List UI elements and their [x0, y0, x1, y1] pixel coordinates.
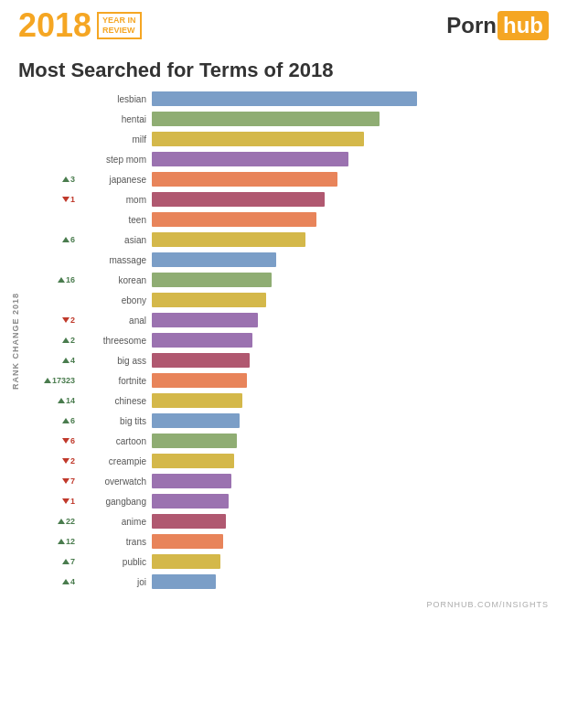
bar	[152, 514, 226, 529]
rank-value: 16	[66, 275, 75, 284]
bar-row: 1gangbang	[24, 492, 549, 510]
rank-value: 6	[70, 416, 75, 425]
pornhub-logo: Pornhub	[446, 11, 549, 40]
term-label: joi	[79, 577, 152, 587]
term-label: public	[79, 557, 152, 567]
chart-inner: lesbianhentaimilfstep mom3japanese1momte…	[24, 90, 549, 593]
rank-value: 4	[70, 356, 75, 365]
rank-change: 6	[24, 416, 79, 425]
term-label: lesbian	[79, 94, 152, 104]
bar-row: 16korean	[24, 271, 549, 289]
bar	[152, 212, 316, 227]
bar-row: milf	[24, 130, 549, 148]
bar	[152, 494, 229, 509]
bar	[152, 112, 380, 126]
term-label: teen	[79, 215, 152, 225]
rank-value: 6	[70, 235, 75, 244]
bar-row: 2anal	[24, 311, 549, 329]
rank-change: 7	[24, 476, 79, 486]
bar-row: 22anime	[24, 512, 549, 530]
rank-change: 22	[24, 517, 79, 526]
rank-change: 12	[24, 537, 79, 546]
rank-change: 17323	[24, 376, 79, 385]
bar-row: 4joi	[24, 573, 549, 591]
bar	[152, 413, 240, 428]
bar-row: 14chinese	[24, 391, 549, 410]
bar-area	[152, 291, 549, 309]
bar-area	[152, 130, 549, 148]
term-label: overwatch	[79, 476, 152, 487]
bar-row: lesbian	[24, 90, 549, 108]
bar-area	[152, 251, 549, 269]
term-label: step mom	[79, 155, 152, 165]
year-badge: 2018 YEAR IN REVIEW	[18, 9, 142, 42]
logo-hub: hub	[497, 11, 549, 40]
bar-row: 17323fortnite	[24, 371, 549, 390]
bar	[152, 192, 325, 207]
rank-change: 1	[24, 497, 79, 506]
bar	[152, 132, 364, 146]
rank-value: 2	[70, 316, 75, 325]
term-label: milf	[79, 134, 152, 145]
term-label: gangbang	[79, 497, 152, 507]
rank-change: 1	[24, 195, 79, 204]
term-label: chinese	[79, 396, 152, 406]
down-arrow-icon	[62, 498, 70, 504]
up-arrow-icon	[62, 337, 70, 343]
down-arrow-icon	[62, 438, 70, 444]
up-arrow-icon	[58, 539, 65, 544]
bar	[152, 152, 348, 166]
bar-area	[152, 230, 549, 249]
logo-porn: Porn	[446, 13, 497, 38]
down-arrow-icon	[62, 478, 70, 484]
bar-area	[152, 210, 549, 229]
rank-change: 3	[24, 175, 79, 184]
term-label: cartoon	[79, 436, 152, 446]
rank-value: 7	[70, 476, 75, 486]
rank-value: 3	[70, 175, 75, 184]
page-title: Most Searched for Terms of 2018	[18, 59, 549, 82]
bar-area	[152, 412, 549, 430]
bar	[152, 252, 276, 267]
rank-change: 4	[24, 356, 79, 365]
bar-area	[152, 552, 549, 571]
bar-area	[152, 452, 549, 470]
bar-area	[152, 351, 549, 369]
bar-area	[152, 512, 549, 530]
rank-value: 4	[70, 577, 75, 586]
up-arrow-icon	[58, 277, 65, 283]
bar-row: 6asian	[24, 230, 549, 249]
bar-area	[152, 311, 549, 329]
rank-value: 6	[70, 436, 75, 445]
rank-value: 12	[66, 537, 75, 546]
term-label: trans	[79, 537, 152, 547]
rank-change: 6	[24, 235, 79, 244]
term-label: ebony	[79, 295, 152, 305]
rank-change: 2	[24, 336, 79, 345]
up-arrow-icon	[62, 177, 70, 182]
term-label: creampie	[79, 456, 152, 466]
rank-change: 7	[24, 557, 79, 566]
rank-value: 1	[70, 497, 75, 506]
bar-row: step mom	[24, 150, 549, 168]
bar-area	[152, 190, 549, 209]
term-label: threesome	[79, 336, 152, 346]
bar-row: 4big ass	[24, 351, 549, 369]
bar-row: 3japanese	[24, 170, 549, 188]
term-label: japanese	[79, 175, 152, 185]
bar-area	[152, 472, 549, 490]
bar-row: 6big tits	[24, 412, 549, 430]
bar-area	[152, 371, 549, 390]
rank-change: 4	[24, 577, 79, 586]
rank-value: 17323	[52, 376, 75, 385]
term-label: asian	[79, 235, 152, 245]
bar-row: hentai	[24, 110, 549, 128]
bar	[152, 554, 220, 569]
bar-row: 2creampie	[24, 452, 549, 470]
up-arrow-icon	[62, 358, 70, 363]
bar	[152, 232, 305, 247]
up-arrow-icon	[62, 237, 70, 242]
term-label: anal	[79, 316, 152, 326]
bar-area	[152, 391, 549, 410]
bar	[152, 353, 250, 368]
